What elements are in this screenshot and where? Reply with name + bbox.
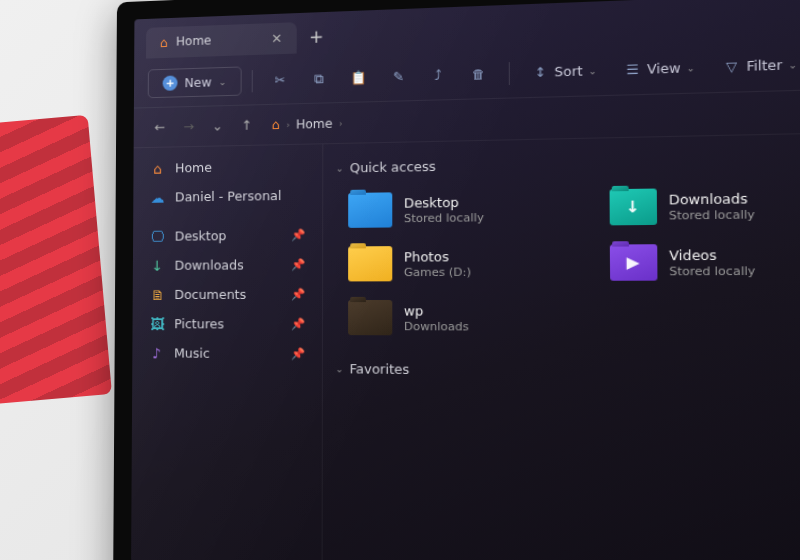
quick-access-grid: DesktopStored locally↓DownloadsStored lo… xyxy=(331,180,800,343)
recent-button[interactable]: ⌄ xyxy=(205,113,230,139)
up-button[interactable]: ↑ xyxy=(234,112,259,138)
new-tab-button[interactable]: + xyxy=(299,20,334,54)
window-body: ⌂ Home ☁ Daniel - Personal 🖵Desktop📌↓Dow… xyxy=(131,133,800,560)
crumb-label: Home xyxy=(296,116,333,131)
copy-icon: ⧉ xyxy=(311,70,328,87)
desktop-icon: 🖵 xyxy=(149,228,166,245)
cut-button[interactable]: ✂ xyxy=(263,65,298,94)
item-subtitle: Stored locally xyxy=(404,210,484,224)
folder-icon xyxy=(348,192,392,228)
folder-item[interactable]: DesktopStored locally xyxy=(342,184,589,233)
rename-icon: ✎ xyxy=(390,68,407,85)
home-icon: ⌂ xyxy=(272,117,280,132)
folder-item[interactable]: wpDownloads xyxy=(342,295,590,342)
delete-icon: 🗑 xyxy=(471,65,488,82)
document-icon: 🗎 xyxy=(149,286,166,303)
pin-icon: 📌 xyxy=(291,258,305,271)
item-name: Desktop xyxy=(404,194,484,211)
sidebar-item-label: Desktop xyxy=(175,228,227,244)
new-button[interactable]: + New ⌄ xyxy=(148,66,242,98)
filter-button[interactable]: ▽ Filter ⌄ xyxy=(711,49,800,82)
view-button[interactable]: ☰ View ⌄ xyxy=(612,52,706,85)
paste-icon: 📋 xyxy=(350,69,367,86)
sidebar-item-onedrive[interactable]: ☁ Daniel - Personal xyxy=(139,180,316,212)
sidebar: ⌂ Home ☁ Daniel - Personal 🖵Desktop📌↓Dow… xyxy=(131,144,323,560)
chevron-down-icon: ⌄ xyxy=(588,65,596,76)
sidebar-item-music[interactable]: ♪Music📌 xyxy=(138,338,315,369)
item-text: VideosStored locally xyxy=(669,246,755,278)
item-text: wpDownloads xyxy=(404,303,469,333)
chevron-right-icon: › xyxy=(339,118,343,128)
sidebar-item-download[interactable]: ↓Downloads📌 xyxy=(139,250,316,280)
item-text: DownloadsStored locally xyxy=(669,190,755,222)
tab-label: Home xyxy=(176,33,211,48)
sidebar-item-picture[interactable]: 🖼Pictures📌 xyxy=(138,309,315,339)
sidebar-item-desktop[interactable]: 🖵Desktop📌 xyxy=(139,220,316,251)
pin-icon: 📌 xyxy=(291,228,305,241)
item-subtitle: Stored locally xyxy=(669,207,755,222)
forward-button[interactable]: → xyxy=(176,114,201,140)
tab-home[interactable]: ⌂ Home ✕ xyxy=(146,22,297,58)
item-name: Videos xyxy=(669,246,755,263)
breadcrumb[interactable]: ⌂ › Home › xyxy=(263,97,800,137)
plus-icon: + xyxy=(163,75,178,90)
item-name: Photos xyxy=(404,248,471,264)
picture-icon: 🖼 xyxy=(148,315,165,332)
item-subtitle: Games (D:) xyxy=(404,265,471,279)
home-icon: ⌂ xyxy=(149,160,166,177)
sidebar-item-label: Daniel - Personal xyxy=(175,188,282,205)
filter-label: Filter xyxy=(746,57,782,74)
sidebar-item-home[interactable]: ⌂ Home xyxy=(139,151,316,183)
music-icon: ♪ xyxy=(148,344,165,361)
group-header-favorites[interactable]: ⌄ Favorites xyxy=(331,355,800,396)
chevron-down-icon: ⌄ xyxy=(335,363,343,373)
close-tab-icon[interactable]: ✕ xyxy=(271,30,282,46)
item-name: wp xyxy=(404,303,469,319)
paste-button[interactable]: 📋 xyxy=(341,63,376,93)
filter-icon: ▽ xyxy=(722,58,741,76)
chevron-down-icon: ⌄ xyxy=(336,163,344,173)
item-subtitle: Downloads xyxy=(404,319,469,333)
separator xyxy=(252,70,253,92)
separator xyxy=(509,62,510,85)
sort-icon: ↕ xyxy=(531,63,549,80)
sidebar-item-document[interactable]: 🗎Documents📌 xyxy=(139,279,316,309)
view-label: View xyxy=(647,60,681,77)
share-icon: ⤴ xyxy=(430,67,447,84)
item-text: DesktopStored locally xyxy=(404,194,484,225)
sidebar-item-label: Pictures xyxy=(174,316,224,331)
sort-button[interactable]: ↕ Sort ⌄ xyxy=(521,55,608,87)
new-label: New xyxy=(184,74,211,90)
folder-item[interactable]: ▶VideosStored locally xyxy=(603,237,800,286)
delete-button[interactable]: 🗑 xyxy=(461,59,498,89)
content-pane: ⌄ Quick access DesktopStored locally↓Dow… xyxy=(323,133,800,560)
folder-item[interactable]: PhotosGames (D:) xyxy=(342,239,590,286)
file-explorer-window: ⌂ Home ✕ + + New ⌄ ✂ ⧉ 📋 ✎ ⤴ 🗑 xyxy=(131,0,800,560)
folder-icon xyxy=(348,300,392,335)
cloud-icon: ☁ xyxy=(149,189,166,206)
crumb-home[interactable]: Home xyxy=(296,116,333,131)
view-icon: ☰ xyxy=(623,61,641,78)
sidebar-item-label: Downloads xyxy=(175,257,244,272)
item-name: Downloads xyxy=(669,190,755,207)
item-text: PhotosGames (D:) xyxy=(404,248,471,279)
download-icon: ↓ xyxy=(149,257,166,274)
group-label: Quick access xyxy=(350,159,436,176)
copy-button[interactable]: ⧉ xyxy=(302,64,337,94)
share-button[interactable]: ⤴ xyxy=(421,60,457,90)
folder-item[interactable]: ↓DownloadsStored locally xyxy=(602,180,800,231)
sidebar-item-label: Home xyxy=(175,160,212,176)
home-icon: ⌂ xyxy=(160,34,168,49)
chevron-right-icon: › xyxy=(286,119,290,129)
pin-icon: 📌 xyxy=(291,317,305,330)
background-prop xyxy=(0,115,112,405)
item-subtitle: Stored locally xyxy=(669,264,755,278)
back-button[interactable]: ← xyxy=(147,115,172,141)
chevron-down-icon: ⌄ xyxy=(788,59,797,70)
sidebar-item-label: Documents xyxy=(174,287,246,302)
monitor-bezel: ⌂ Home ✕ + + New ⌄ ✂ ⧉ 📋 ✎ ⤴ 🗑 xyxy=(113,0,800,560)
chevron-down-icon: ⌄ xyxy=(686,62,695,73)
rename-button[interactable]: ✎ xyxy=(380,61,416,91)
group-label: Favorites xyxy=(350,361,410,377)
pin-icon: 📌 xyxy=(291,288,305,301)
